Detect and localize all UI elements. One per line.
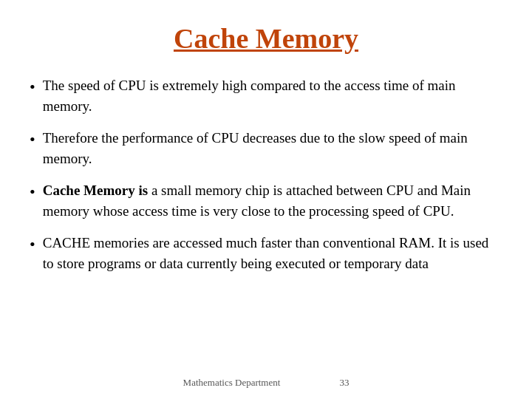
bullet-dot-4: • [30, 233, 35, 256]
bullet-text-4: CACHE memories are accessed much faster … [43, 233, 502, 273]
footer-page: 33 [339, 377, 349, 389]
list-item: • CACHE memories are accessed much faste… [30, 233, 502, 273]
bullet-dot-2: • [30, 128, 35, 151]
bullet-list: • The speed of CPU is extremely high com… [30, 75, 502, 273]
list-item: • Cache Memory is a small memory chip is… [30, 180, 502, 221]
slide-footer: Mathematics Department 33 [0, 377, 532, 389]
list-item: • Therefore the performance of CPU decre… [30, 128, 502, 168]
bullet-text-3: Cache Memory is a small memory chip is a… [43, 180, 502, 221]
bullet-text-plain-1: The speed of CPU is extremely high compa… [43, 78, 456, 114]
bullet-text-1: The speed of CPU is extremely high compa… [43, 75, 502, 116]
list-item: • The speed of CPU is extremely high com… [30, 75, 502, 116]
bullet-text-2: Therefore the performance of CPU decreas… [43, 128, 502, 168]
bullet-dot-1: • [30, 75, 35, 99]
footer-department: Mathematics Department [183, 377, 281, 389]
bullet-text-plain-2: Therefore the performance of CPU decreas… [43, 130, 468, 166]
slide-title: Cache Memory [174, 22, 358, 55]
bullet-dot-3: • [30, 180, 35, 204]
bullet-bold-3: Cache Memory is [43, 183, 148, 198]
slide: Cache Memory • The speed of CPU is extre… [0, 0, 532, 399]
